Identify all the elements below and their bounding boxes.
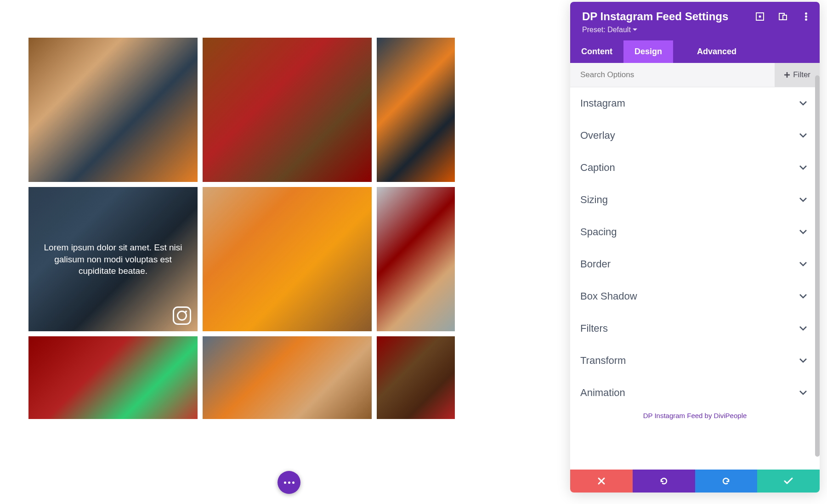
responsive-icon[interactable] xyxy=(778,12,787,21)
chevron-down-icon xyxy=(799,262,807,266)
feed-image[interactable] xyxy=(377,187,455,331)
save-button[interactable] xyxy=(757,470,820,493)
chevron-down-icon xyxy=(799,133,807,138)
svg-point-4 xyxy=(805,12,807,15)
svg-point-5 xyxy=(805,16,807,18)
plugin-credit-link[interactable]: DP Instagram Feed by DiviPeople xyxy=(570,409,820,423)
close-icon xyxy=(597,477,606,485)
expand-icon[interactable] xyxy=(755,12,765,21)
preview-area: Lorem ipsum dolor sit amet. Est nisi gal… xyxy=(0,0,441,504)
settings-panel: DP Instagram Feed Settings Preset: Defau… xyxy=(570,2,820,493)
feed-image[interactable] xyxy=(28,38,198,182)
caret-down-icon xyxy=(633,28,637,31)
panel-header: DP Instagram Feed Settings Preset: Defau… xyxy=(570,2,820,40)
instagram-feed-grid: Lorem ipsum dolor sit amet. Est nisi gal… xyxy=(28,38,441,419)
option-animation[interactable]: Animation xyxy=(570,377,820,409)
tab-content[interactable]: Content xyxy=(570,40,623,63)
svg-point-1 xyxy=(759,16,761,18)
redo-icon xyxy=(721,476,731,486)
feed-image[interactable] xyxy=(203,38,372,182)
chevron-down-icon xyxy=(799,326,807,331)
option-filters[interactable]: Filters xyxy=(570,312,820,345)
option-transform[interactable]: Transform xyxy=(570,345,820,377)
feed-image[interactable] xyxy=(28,336,198,419)
search-input[interactable] xyxy=(570,63,775,87)
chevron-down-icon xyxy=(799,230,807,234)
chevron-down-icon xyxy=(799,101,807,106)
svg-point-6 xyxy=(805,18,807,21)
chevron-down-icon xyxy=(799,198,807,202)
option-spacing[interactable]: Spacing xyxy=(570,216,820,248)
undo-icon xyxy=(659,476,668,486)
more-options-icon[interactable] xyxy=(801,12,810,21)
instagram-icon[interactable] xyxy=(173,306,191,325)
option-box-shadow[interactable]: Box Shadow xyxy=(570,280,820,312)
chevron-down-icon xyxy=(799,165,807,170)
feed-image[interactable] xyxy=(203,336,372,419)
feed-image[interactable] xyxy=(377,336,455,419)
scrollbar[interactable] xyxy=(815,75,820,457)
svg-rect-3 xyxy=(783,15,787,20)
feed-image[interactable] xyxy=(203,187,372,331)
undo-button[interactable] xyxy=(633,470,695,493)
search-bar: Filter xyxy=(570,63,820,87)
check-icon xyxy=(784,477,793,485)
cancel-button[interactable] xyxy=(570,470,633,493)
tab-design[interactable]: Design xyxy=(623,40,673,63)
panel-tabs: Content Design Advanced xyxy=(570,40,820,63)
overlay-caption: Lorem ipsum dolor sit amet. Est nisi gal… xyxy=(28,242,198,277)
feed-image[interactable] xyxy=(377,38,455,182)
tab-advanced[interactable]: Advanced xyxy=(686,40,748,63)
filter-button[interactable]: Filter xyxy=(775,63,820,87)
plus-icon xyxy=(784,72,790,78)
chevron-down-icon xyxy=(799,358,807,363)
design-options-list: Instagram Overlay Caption Sizing Spacing… xyxy=(570,87,820,470)
option-border[interactable]: Border xyxy=(570,248,820,280)
option-caption[interactable]: Caption xyxy=(570,152,820,184)
option-overlay[interactable]: Overlay xyxy=(570,119,820,152)
chevron-down-icon xyxy=(799,294,807,299)
module-options-fab[interactable] xyxy=(278,471,300,494)
chevron-down-icon xyxy=(799,391,807,395)
redo-button[interactable] xyxy=(695,470,758,493)
option-instagram[interactable]: Instagram xyxy=(570,87,820,119)
preset-selector[interactable]: Preset: Default xyxy=(582,26,808,34)
feed-image-overlay[interactable]: Lorem ipsum dolor sit amet. Est nisi gal… xyxy=(28,187,198,331)
action-bar xyxy=(570,470,820,493)
option-sizing[interactable]: Sizing xyxy=(570,184,820,216)
